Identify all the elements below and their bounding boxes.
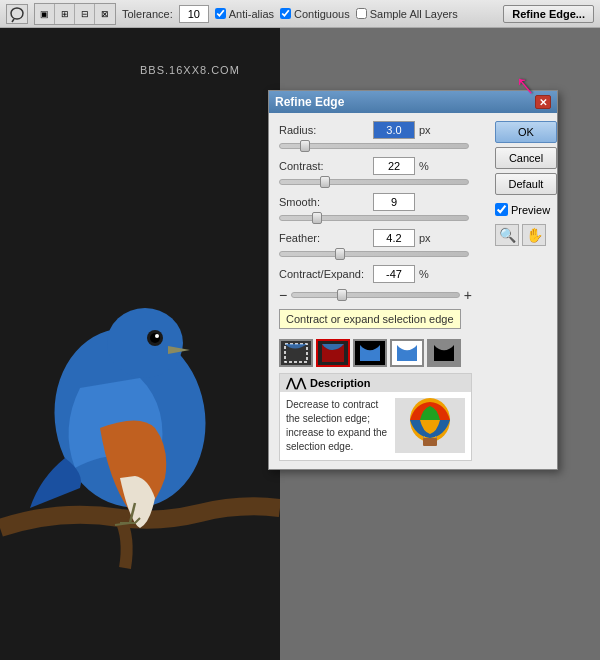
- cancel-button[interactable]: Cancel: [495, 147, 557, 169]
- svg-rect-16: [423, 438, 437, 446]
- preview-checkbox[interactable]: [495, 203, 508, 216]
- smooth-thumb[interactable]: [312, 212, 322, 224]
- preview-icon-black-bg[interactable]: [353, 339, 387, 367]
- radius-unit: px: [419, 124, 431, 136]
- contract-expand-input[interactable]: [373, 265, 415, 283]
- canvas-area: BBS.16XX8.COM ↑ Refine Edge ✕ OK Cancel …: [0, 28, 600, 660]
- sample-all-layers-checkbox[interactable]: [356, 8, 367, 19]
- svg-point-6: [155, 334, 159, 338]
- description-preview-image: [395, 398, 465, 453]
- feather-label: Feather:: [279, 232, 369, 244]
- tolerance-input[interactable]: [179, 5, 209, 23]
- intersect-selection-icon[interactable]: ⊠: [95, 4, 115, 24]
- smooth-label: Smooth:: [279, 196, 369, 208]
- toolbar: ▣ ⊞ ⊟ ⊠ Tolerance: Anti-alias Contiguous…: [0, 0, 600, 28]
- contract-expand-thumb[interactable]: [337, 289, 347, 301]
- preview-label: Preview: [511, 204, 550, 216]
- description-section: ⋀⋀ Description Decrease to contract the …: [279, 373, 472, 461]
- radius-row: Radius: px: [279, 121, 472, 139]
- anti-alias-group: Anti-alias: [215, 8, 274, 20]
- dialog-right-buttons: OK Cancel Default Preview 🔍 ✋: [487, 113, 557, 258]
- description-text: Decrease to contract the selection edge;…: [286, 398, 389, 454]
- description-body: Decrease to contract the selection edge;…: [280, 392, 471, 460]
- contrast-slider[interactable]: [279, 179, 469, 185]
- preview-icon-overlay[interactable]: [316, 339, 350, 367]
- sample-all-layers-label: Sample All Layers: [370, 8, 458, 20]
- add-selection-icon[interactable]: ⊞: [55, 4, 75, 24]
- preview-icons-row: [279, 339, 472, 367]
- feather-row: Feather: px: [279, 229, 472, 247]
- anti-alias-checkbox[interactable]: [215, 8, 226, 19]
- new-selection-icon[interactable]: ▣: [35, 4, 55, 24]
- contract-expand-slider[interactable]: [291, 292, 460, 298]
- tool-icons: 🔍 ✋: [495, 224, 549, 246]
- description-header-label: Description: [310, 377, 371, 389]
- contrast-thumb[interactable]: [320, 176, 330, 188]
- description-chevron-icon: ⋀⋀: [286, 376, 306, 390]
- description-header: ⋀⋀ Description: [280, 374, 471, 392]
- contrast-unit: %: [419, 160, 429, 172]
- contract-minus-icon: −: [279, 287, 287, 303]
- contrast-input[interactable]: [373, 157, 415, 175]
- smooth-slider[interactable]: [279, 215, 469, 221]
- bird-background: [0, 28, 280, 660]
- tolerance-label: Tolerance:: [122, 8, 173, 20]
- contrast-label: Contrast:: [279, 160, 369, 172]
- dialog-content: Radius: px Contrast: % S: [279, 121, 472, 461]
- preview-icon-marching-ants[interactable]: [279, 339, 313, 367]
- preview-icon-white-bg[interactable]: [390, 339, 424, 367]
- radius-thumb[interactable]: [300, 140, 310, 152]
- smooth-input[interactable]: [373, 193, 415, 211]
- dialog-title: Refine Edge: [275, 95, 344, 109]
- contract-expand-label: Contract/Expand:: [279, 268, 369, 280]
- default-button[interactable]: Default: [495, 173, 557, 195]
- svg-point-5: [150, 333, 160, 343]
- contiguous-label: Contiguous: [294, 8, 350, 20]
- contiguous-group: Contiguous: [280, 8, 350, 20]
- feather-slider[interactable]: [279, 251, 469, 257]
- feather-thumb[interactable]: [335, 248, 345, 260]
- sample-all-layers-group: Sample All Layers: [356, 8, 458, 20]
- lasso-tool-icon[interactable]: [6, 4, 28, 24]
- tooltip-text: Contract or expand selection edge: [286, 313, 454, 325]
- preview-icon-mask[interactable]: [427, 339, 461, 367]
- svg-line-0: [12, 19, 14, 22]
- hand-tool-icon[interactable]: ✋: [522, 224, 546, 246]
- selection-mode-group[interactable]: ▣ ⊞ ⊟ ⊠: [34, 3, 116, 25]
- watermark: BBS.16XX8.COM: [140, 64, 240, 76]
- radius-label: Radius:: [279, 124, 369, 136]
- anti-alias-label: Anti-alias: [229, 8, 274, 20]
- contract-expand-tooltip: Contract or expand selection edge: [279, 309, 461, 329]
- preview-row: Preview: [495, 203, 549, 216]
- refine-edge-dialog: Refine Edge ✕ OK Cancel Default Preview …: [268, 90, 558, 470]
- ok-button[interactable]: OK: [495, 121, 557, 143]
- svg-point-3: [107, 308, 183, 378]
- zoom-tool-icon[interactable]: 🔍: [495, 224, 519, 246]
- contract-plus-icon: +: [464, 287, 472, 303]
- smooth-row: Smooth:: [279, 193, 472, 211]
- contiguous-checkbox[interactable]: [280, 8, 291, 19]
- feather-unit: px: [419, 232, 431, 244]
- contract-expand-row: Contract/Expand: %: [279, 265, 472, 283]
- refine-edge-button[interactable]: Refine Edge...: [503, 5, 594, 23]
- radius-slider[interactable]: [279, 143, 469, 149]
- dialog-titlebar: Refine Edge ✕: [269, 91, 557, 113]
- contrast-row: Contrast: %: [279, 157, 472, 175]
- feather-input[interactable]: [373, 229, 415, 247]
- subtract-selection-icon[interactable]: ⊟: [75, 4, 95, 24]
- contract-expand-unit: %: [419, 268, 429, 280]
- radius-input[interactable]: [373, 121, 415, 139]
